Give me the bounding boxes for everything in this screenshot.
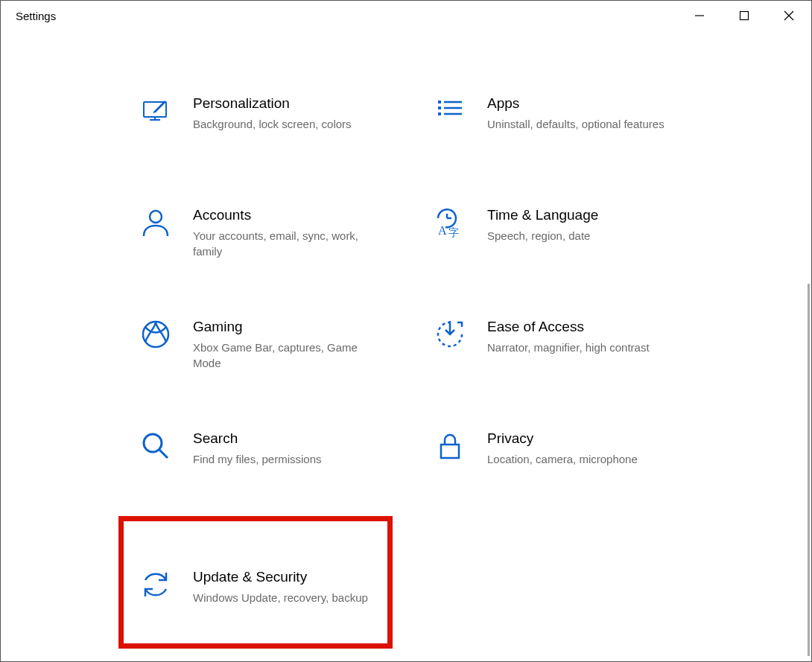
time-language-icon: A 字 [429,206,471,239]
category-desc: Windows Update, recovery, backup [193,590,368,605]
minimize-icon [694,10,705,21]
minimize-button[interactable] [677,1,722,31]
ease-of-access-icon [429,318,471,351]
close-button[interactable] [767,1,811,31]
category-title: Time & Language [487,206,598,225]
category-title: Gaming [193,318,379,337]
window-controls [677,1,811,31]
close-icon [784,10,794,21]
category-desc: Your accounts, email, sync, work, family [193,228,379,259]
category-privacy[interactable]: Privacy Location, camera, microphone [429,427,723,538]
personalization-icon [135,95,177,127]
search-icon [135,430,177,462]
maximize-icon [739,10,749,21]
category-accounts[interactable]: Accounts Your accounts, email, sync, wor… [135,203,429,315]
svg-rect-9 [438,112,441,115]
gaming-icon [135,318,177,351]
window-title: Settings [16,10,56,22]
category-desc: Background, lock screen, colors [193,116,352,132]
apps-icon [429,95,471,127]
svg-line-21 [159,450,168,458]
maximize-button[interactable] [722,1,767,31]
svg-rect-1 [740,12,749,20]
svg-rect-7 [438,101,441,104]
category-desc: Location, camera, microphone [487,451,638,467]
privacy-icon [429,430,471,462]
category-apps[interactable]: Apps Uninstall, defaults, optional featu… [429,92,723,203]
svg-point-20 [144,434,162,452]
category-ease-of-access[interactable]: Ease of Access Narrator, magnifier, high… [429,315,723,427]
scrollbar[interactable] [808,284,810,656]
category-update-security[interactable]: Update & Security Windows Update, recove… [135,565,429,662]
svg-text:A: A [438,224,447,237]
category-desc: Find my files, permissions [193,451,322,467]
category-title: Ease of Access [487,318,650,337]
category-title: Search [193,430,322,448]
category-search[interactable]: Search Find my files, permissions [135,427,429,538]
category-desc: Speech, region, date [487,228,598,244]
settings-window: Settings [0,0,812,662]
settings-categories: Personalization Background, lock screen,… [1,92,811,662]
category-title: Privacy [487,430,638,448]
category-desc: Xbox Game Bar, captures, Game Mode [193,340,379,371]
category-title: Accounts [193,206,379,225]
svg-rect-22 [441,445,459,458]
svg-point-18 [143,322,168,347]
category-gaming[interactable]: Gaming Xbox Game Bar, captures, Game Mod… [135,315,429,427]
svg-point-13 [150,211,162,223]
category-desc: Narrator, magnifier, high contrast [487,340,650,355]
category-time-language[interactable]: A 字 Time & Language Speech, region, date [429,203,723,315]
update-security-icon [135,568,177,601]
category-title: Update & Security [193,568,368,587]
category-title: Apps [487,95,664,113]
category-title: Personalization [193,95,352,113]
category-personalization[interactable]: Personalization Background, lock screen,… [135,92,429,203]
accounts-icon [135,206,177,239]
svg-rect-8 [438,106,441,109]
title-bar: Settings [1,1,811,31]
category-desc: Uninstall, defaults, optional features [487,116,664,132]
svg-text:字: 字 [448,227,459,238]
